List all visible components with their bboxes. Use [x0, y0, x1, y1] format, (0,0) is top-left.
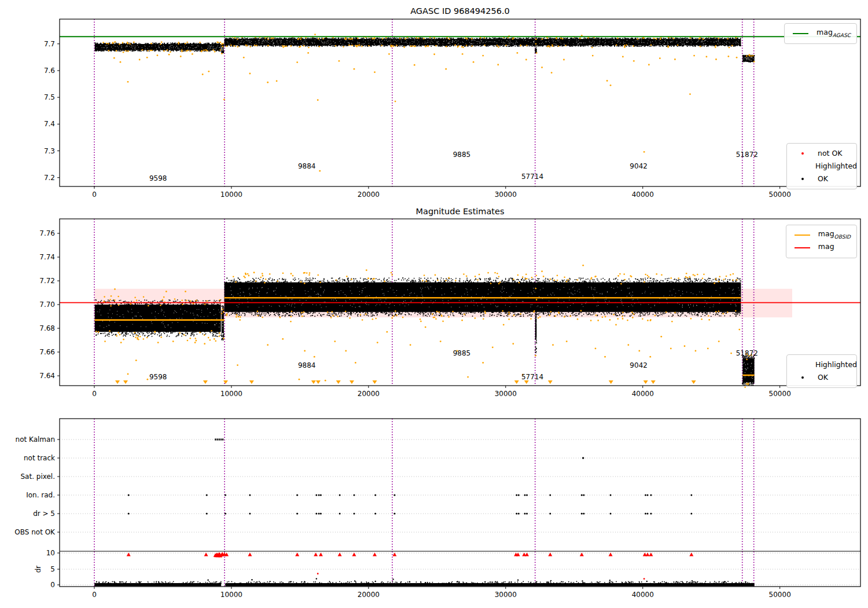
- band-texture: [648, 287, 649, 287]
- ok-point: [145, 335, 146, 336]
- ok-point: [707, 45, 708, 46]
- band-texture: [664, 43, 665, 43]
- band-texture: [612, 43, 613, 43]
- ok-point: [587, 314, 588, 316]
- band-texture: [473, 43, 474, 43]
- dr-point: [341, 583, 342, 584]
- ok-point: [450, 38, 451, 39]
- band-texture: [642, 293, 642, 294]
- band-texture: [164, 46, 164, 47]
- band-texture: [393, 43, 394, 44]
- ok-point: [171, 332, 172, 334]
- ok-point: [596, 38, 597, 39]
- ok-point: [518, 38, 520, 39]
- ok-point: [205, 303, 207, 305]
- dr-point: [282, 584, 283, 585]
- band-texture: [451, 288, 451, 288]
- ok-point: [179, 301, 181, 302]
- ok-point: [308, 38, 310, 39]
- ok-point: [594, 46, 595, 47]
- highlighted-point: [160, 305, 161, 306]
- obsid-label: 9885: [453, 349, 471, 357]
- ok-point: [420, 38, 421, 39]
- dr-point: [121, 581, 122, 583]
- band-texture: [132, 45, 133, 46]
- ok-point: [128, 50, 130, 51]
- band-texture: [539, 43, 540, 44]
- ok-point: [734, 38, 735, 39]
- dr-point: [611, 584, 612, 585]
- ok-point: [124, 50, 125, 52]
- ok-point: [681, 314, 682, 316]
- highlighted-point: [595, 276, 597, 277]
- band-texture: [474, 39, 475, 40]
- ok-point: [258, 38, 259, 39]
- ok-point: [222, 338, 223, 339]
- ok-point: [321, 45, 322, 46]
- band-texture: [749, 60, 750, 61]
- ok-point: [312, 38, 314, 39]
- ok-point: [297, 46, 298, 47]
- band-texture: [101, 47, 102, 48]
- ok-point: [191, 332, 192, 334]
- legend-line-swatch: [793, 33, 808, 34]
- ok-point: [691, 313, 692, 314]
- ok-point: [483, 313, 484, 314]
- band-texture: [430, 42, 431, 42]
- band-texture: [327, 40, 328, 41]
- ok-point: [181, 303, 182, 305]
- dr-point: [301, 584, 302, 585]
- ok-point: [231, 38, 233, 39]
- band-texture: [387, 44, 388, 45]
- ok-point: [221, 334, 222, 335]
- ok-point: [170, 43, 171, 44]
- band-texture: [363, 288, 363, 289]
- dr-point: [516, 584, 517, 585]
- ok-point: [114, 50, 115, 51]
- dr-point: [329, 581, 330, 582]
- ok-point: [249, 312, 250, 313]
- ok-point: [668, 316, 670, 317]
- ok-point: [167, 43, 168, 45]
- dr-point: [638, 584, 639, 585]
- ok-point: [492, 37, 494, 38]
- ok-point: [713, 312, 714, 313]
- ok-point: [108, 336, 109, 337]
- band-texture: [285, 306, 285, 306]
- band-texture: [701, 42, 701, 42]
- band-texture: [693, 306, 694, 306]
- highlighted-point: [647, 320, 649, 321]
- ok-point: [290, 281, 292, 283]
- ok-point: [150, 303, 152, 305]
- band-texture: [301, 41, 301, 41]
- ok-point: [725, 38, 726, 39]
- ok-point: [535, 42, 536, 43]
- ok-point: [732, 38, 733, 39]
- ok-point: [696, 38, 697, 39]
- band-texture: [240, 295, 240, 296]
- band-texture: [208, 45, 208, 46]
- highlighted-point: [435, 318, 437, 320]
- band-texture: [200, 316, 201, 317]
- band-texture: [479, 42, 480, 42]
- highlighted-outlier-point: [512, 343, 514, 345]
- highlighted-point: [182, 303, 183, 305]
- dr-point: [521, 584, 522, 585]
- ok-point: [447, 313, 448, 314]
- band-texture: [246, 41, 247, 41]
- ok-point: [587, 279, 589, 280]
- ok-point: [535, 342, 536, 343]
- not-kalman-cluster: [219, 438, 220, 440]
- ok-point: [735, 281, 737, 282]
- band-texture: [317, 294, 318, 294]
- dr-point: [260, 582, 261, 583]
- band-texture: [473, 301, 474, 301]
- ok-point: [480, 316, 481, 317]
- dr-point: [597, 584, 598, 585]
- dr-point: [172, 583, 173, 584]
- dr-point: [267, 581, 268, 583]
- band-texture: [267, 42, 267, 42]
- ok-point: [724, 38, 725, 39]
- band-texture: [264, 42, 265, 42]
- ok-point: [653, 282, 654, 283]
